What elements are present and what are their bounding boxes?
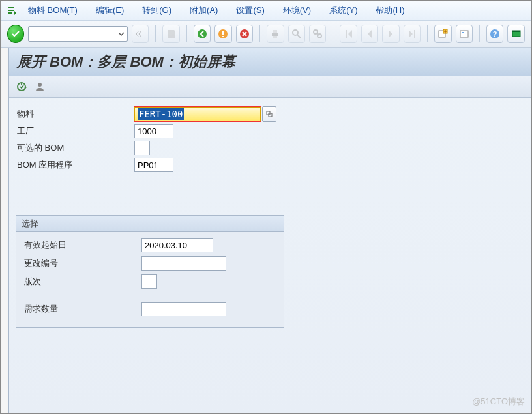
watermark-text: @51CTO博客 [472, 396, 525, 407]
execute-button[interactable] [14, 80, 29, 94]
page-title: 展开 BOM：多层 BOM：初始屏幕 [17, 52, 235, 72]
svg-point-17 [38, 83, 42, 87]
save-button[interactable] [162, 25, 179, 43]
prev-page-button[interactable] [361, 25, 378, 43]
print-button[interactable] [267, 25, 284, 43]
menu-system-icon[interactable] [5, 3, 19, 18]
bomapp-label: BOM 应用程序 [14, 159, 134, 171]
changeno-input[interactable] [141, 256, 226, 271]
svg-rect-5 [273, 36, 277, 38]
user-settings-button[interactable] [33, 80, 47, 94]
next-page-button[interactable] [382, 25, 399, 43]
create-shortcut-button[interactable] [456, 25, 473, 43]
bomapp-input[interactable] [134, 158, 173, 172]
new-session-button[interactable] [434, 25, 451, 43]
toolbar-separator [186, 25, 187, 42]
toolbar-separator [155, 25, 156, 42]
exit-button[interactable] [214, 25, 231, 43]
svg-rect-11 [460, 31, 468, 37]
help-button[interactable]: ? [486, 25, 503, 43]
menu-bar: 物料 BOM(T) 编辑(E) 转到(G) 附加(A) 设置(S) 环境(V) … [1, 1, 531, 21]
material-input[interactable]: FERT-100 [134, 107, 261, 121]
svg-rect-15 [512, 31, 520, 32]
revision-input[interactable] [141, 274, 157, 289]
svg-point-8 [318, 34, 321, 38]
validfrom-label: 有效起始日 [22, 239, 141, 251]
selection-group-title: 选择 [16, 216, 284, 232]
last-page-button[interactable] [404, 25, 421, 43]
altbom-input[interactable] [134, 141, 150, 155]
plant-label: 工厂 [14, 125, 134, 137]
main-form: 物料 FERT-100 工厂 可选的 BOM BOM 应用程序 选择 [9, 98, 531, 336]
ok-code-field[interactable] [28, 26, 128, 42]
altbom-label: 可选的 BOM [14, 142, 134, 154]
screen-title-bar: 展开 BOM：多层 BOM：初始屏幕 [9, 48, 531, 76]
reqqty-label: 需求数量 [22, 303, 141, 315]
toolbar-separator [479, 25, 480, 42]
svg-rect-4 [273, 30, 277, 33]
reqqty-input[interactable] [141, 302, 226, 316]
application-toolbar [9, 76, 531, 98]
svg-point-6 [293, 30, 298, 35]
menu-settings[interactable]: 设置(S) [227, 1, 273, 20]
menu-help[interactable]: 帮助(H) [366, 1, 413, 20]
command-icon [7, 5, 17, 16]
content-area: 展开 BOM：多层 BOM：初始屏幕 物料 FERT-100 工厂 可选的 BO… [8, 48, 531, 413]
menu-extras[interactable]: 附加(A) [181, 1, 227, 20]
material-label: 物料 [14, 108, 134, 120]
standard-toolbar: ? [1, 21, 531, 48]
chevron-down-icon [115, 27, 127, 41]
toolbar-separator [427, 25, 428, 42]
toolbar-separator [332, 25, 333, 42]
back-button[interactable] [194, 25, 211, 43]
validfrom-input[interactable] [141, 238, 213, 252]
find-next-button[interactable] [309, 25, 326, 43]
menu-environment[interactable]: 环境(V) [274, 1, 320, 20]
svg-point-0 [198, 29, 207, 38]
revision-label: 版次 [22, 276, 141, 288]
enter-button[interactable] [7, 25, 24, 43]
menu-material-bom[interactable]: 物料 BOM(T) [19, 1, 87, 20]
plant-input[interactable] [134, 124, 173, 138]
menu-goto[interactable]: 转到(G) [133, 1, 181, 20]
svg-text:?: ? [493, 30, 497, 38]
cancel-button[interactable] [236, 25, 253, 43]
sap-window: 物料 BOM(T) 编辑(E) 转到(G) 附加(A) 设置(S) 环境(V) … [0, 0, 532, 414]
svg-rect-3 [272, 33, 278, 36]
changeno-label: 更改编号 [22, 258, 141, 269]
back-chevron-button[interactable] [132, 25, 149, 43]
selection-groupbox: 选择 有效起始日 更改编号 版次 需求数量 [16, 215, 284, 328]
find-button[interactable] [288, 25, 305, 43]
menu-system[interactable]: 系统(Y) [320, 1, 366, 20]
toolbar-separator [259, 25, 260, 42]
first-page-button[interactable] [340, 25, 357, 43]
layout-menu-button[interactable] [507, 25, 524, 43]
menu-edit[interactable]: 编辑(E) [87, 1, 133, 20]
material-f4-button[interactable] [262, 106, 276, 122]
